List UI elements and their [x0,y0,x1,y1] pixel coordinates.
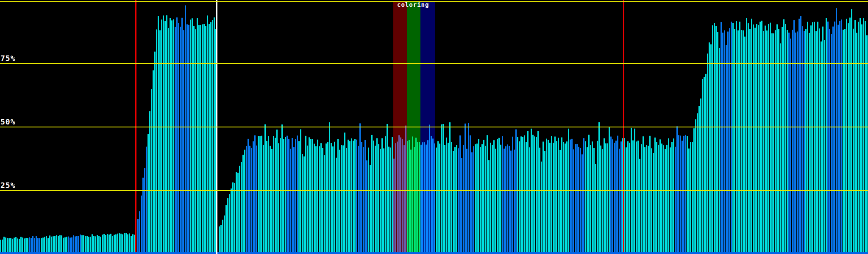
bar [663,145,664,254]
bar [809,33,810,254]
bar [797,31,798,254]
bar [444,145,445,254]
bar [861,25,862,254]
bar [426,145,427,254]
bar [654,138,656,254]
bar [368,148,369,254]
bar [746,18,747,254]
bar [14,237,15,254]
bar [131,236,132,254]
bar [429,124,430,254]
bar [185,6,186,254]
bar [229,194,230,254]
bar [442,124,444,254]
bar [363,147,364,254]
bar [865,21,866,254]
bar [63,238,64,254]
bar [56,235,57,254]
bar [600,146,601,254]
coloring-legend-label: coloring [397,2,429,8]
bar [446,138,447,254]
bar [192,18,193,254]
bar [412,136,413,254]
bar [666,145,668,254]
bar [524,135,525,254]
bar [327,142,328,254]
bar [339,150,340,254]
bar [85,236,86,254]
bar [273,136,274,254]
bar [7,238,8,254]
bar [214,17,215,254]
bar [288,139,289,254]
bar [431,136,432,254]
bar [500,145,501,254]
bar [637,141,639,254]
bar [164,21,166,254]
bar [554,137,556,254]
bar [242,155,244,254]
bar [702,79,703,254]
bar [375,146,376,254]
bar [644,147,645,254]
bar [620,141,622,254]
bar [68,237,69,254]
bar [276,130,278,254]
bar [615,141,617,254]
bar [461,158,462,254]
bar [92,234,93,254]
bar [456,145,457,254]
bar [817,22,818,254]
bar [170,18,171,254]
bar [149,111,150,254]
bar [556,141,557,254]
bar [534,136,535,254]
bar [190,19,191,254]
bar [29,237,30,254]
bar [771,33,773,254]
bar [271,149,273,254]
bar [420,145,422,254]
bar [285,137,286,254]
bar [566,141,568,254]
bar [293,147,295,254]
bar [434,144,435,254]
bar [298,141,300,254]
bar [734,29,735,254]
bar [36,236,37,254]
bar [387,124,388,254]
bar [614,143,615,254]
bar [715,26,717,254]
bar [105,235,106,254]
bar [153,70,154,254]
bar [163,15,164,254]
bar [812,22,813,254]
bar [617,136,618,254]
bar [819,28,820,254]
bar [147,134,149,254]
bar [492,145,493,254]
bar [571,139,573,254]
bar [687,136,688,254]
bar [497,139,498,254]
bar [587,147,588,254]
bar [225,205,227,254]
bar [527,131,529,254]
bar [324,155,325,254]
bar [520,136,522,254]
bar [203,24,205,254]
bar [709,42,710,254]
bar [839,21,840,254]
bar [568,129,569,254]
bar [400,138,401,254]
bar [319,146,320,254]
bar [414,147,415,254]
bar [44,237,45,254]
bar [361,142,362,254]
bar [212,20,213,254]
bar [392,137,393,254]
bar [822,27,823,254]
bar [592,141,593,254]
bar [22,237,23,254]
bar [493,140,495,254]
